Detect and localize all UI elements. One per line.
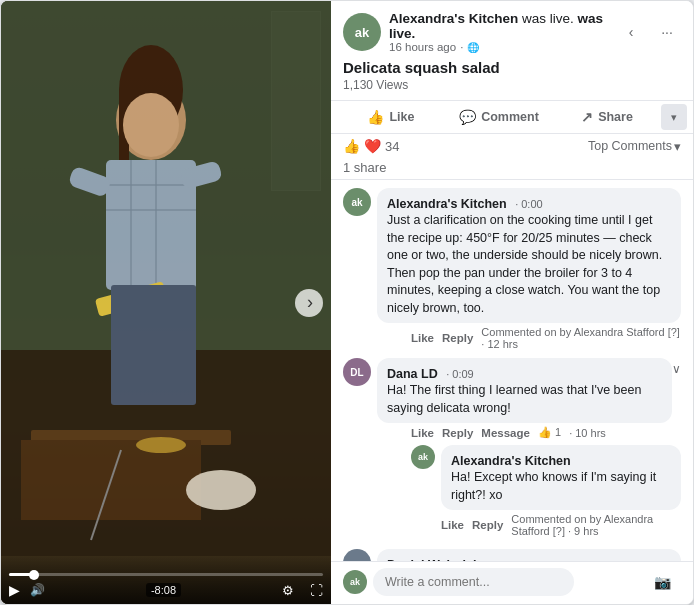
person-figure	[1, 1, 331, 556]
settings-icon[interactable]: ⚙	[282, 583, 294, 598]
controls-row: ▶ 🔊 -8:08 ⚙ ⛶	[1, 582, 331, 598]
reactions-left: 👍 ❤️ 34	[343, 138, 399, 154]
page-name-text[interactable]: Alexandra's Kitchen	[389, 11, 518, 26]
comment-bubble: Daniel Weinrieb · 0:00 Thanks A! What ki…	[377, 549, 681, 561]
video-progress-bar[interactable]	[9, 573, 323, 576]
volume-icon[interactable]: 🔊	[30, 583, 45, 597]
like-icon: 👍	[367, 109, 384, 125]
comment-button[interactable]: 💬 Comment	[445, 103, 553, 131]
comment-content: Dana LD · 0:09 Ha! The first thing I lea…	[377, 358, 681, 541]
share-icon: ↗	[581, 109, 593, 125]
comment-input-wrap: 📷	[373, 568, 681, 596]
reply-comment: ak Alexandra's Kitchen Ha! Except who kn…	[411, 445, 681, 537]
write-comment-row: ak 📷	[331, 561, 693, 604]
header-info: Alexandra's Kitchen was live. was live. …	[389, 11, 609, 53]
reactions-row: 👍 ❤️ 34 Top Comments ▾	[331, 134, 693, 158]
fullscreen-icon[interactable]: ⛶	[310, 583, 323, 598]
camera-icon[interactable]: 📷	[654, 574, 671, 590]
comment-author[interactable]: Dana LD	[387, 367, 438, 381]
comment-icon: 💬	[459, 109, 476, 125]
reply-avatar[interactable]: ak	[411, 445, 435, 469]
comment-label: Comment	[481, 110, 539, 124]
like-reaction-icon: 👍	[343, 138, 360, 154]
expand-comment-arrow[interactable]: ∨	[672, 362, 681, 376]
comment-text: Ha! The first thing I learned was that I…	[387, 382, 662, 417]
reply-time: Commented on by Alexandra Stafford [?] ·…	[511, 513, 681, 537]
comment-actions: Like Reply Message 👍 1 · 10 hrs	[411, 426, 681, 439]
comment-input[interactable]	[373, 568, 574, 596]
comment-time: Commented on by Alexandra Stafford [?] ·…	[481, 326, 681, 350]
comment-bubble-row: Dana LD · 0:09 Ha! The first thing I lea…	[377, 358, 681, 423]
svg-point-8	[136, 437, 186, 453]
post-meta: 16 hours ago · 🌐	[389, 41, 609, 53]
comment-reactions: 👍 1	[538, 426, 561, 439]
comment-content: Alexandra's Kitchen · 0:00 Just a clarif…	[377, 188, 681, 350]
top-comments-button[interactable]: Top Comments ▾	[588, 139, 681, 154]
feed-panel: ak Alexandra's Kitchen was live. was liv…	[331, 1, 693, 604]
reaction-count[interactable]: 34	[385, 139, 399, 154]
video-progress-dot	[29, 570, 39, 580]
svg-point-7	[186, 470, 256, 510]
header-actions: ‹ ···	[617, 18, 681, 46]
comment-timestamp: · 0:00	[515, 198, 543, 210]
comment-message-link[interactable]: Message	[481, 427, 530, 439]
post-title: Delicata squash salad	[343, 59, 681, 76]
facebook-post-card: ▶ 🔊 -8:08 ⚙ ⛶ ak Alexandra's Kitchen was…	[0, 0, 694, 605]
top-comments-label: Top Comments	[588, 139, 672, 153]
heart-reaction-icon: ❤️	[364, 138, 381, 154]
svg-point-12	[123, 93, 179, 157]
page-avatar[interactable]: ak	[343, 13, 381, 51]
like-label: Like	[389, 110, 414, 124]
post-header: ak Alexandra's Kitchen was live. was liv…	[331, 1, 693, 59]
reply-actions: Like Reply Commented on by Alexandra Sta…	[441, 513, 681, 537]
like-button[interactable]: 👍 Like	[337, 103, 445, 131]
live-badge: was live.	[522, 11, 574, 26]
shares-row[interactable]: 1 share	[331, 158, 693, 180]
action-bar: 👍 Like 💬 Comment ↗ Share ▾	[331, 100, 693, 134]
comment-like-link[interactable]: Like	[411, 427, 434, 439]
page-name-line: Alexandra's Kitchen was live. was live.	[389, 11, 609, 41]
more-options-button[interactable]: ···	[653, 18, 681, 46]
reply-like-link[interactable]: Like	[441, 519, 464, 531]
comments-section: ak Alexandra's Kitchen · 0:00 Just a cla…	[331, 180, 693, 561]
reply-content: Alexandra's Kitchen Ha! Except who knows…	[441, 445, 681, 537]
play-icon[interactable]: ▶	[9, 582, 20, 598]
comment-item: DL Dana LD · 0:09 Ha! The first thing I …	[343, 358, 681, 541]
comment-text: Just a clarification on the cooking time…	[387, 212, 671, 317]
comment-time: · 10 hrs	[569, 427, 606, 439]
video-controls: ▶ 🔊 -8:08 ⚙ ⛶	[1, 556, 331, 604]
meta-separator: ·	[460, 41, 463, 53]
back-button[interactable]: ‹	[617, 18, 645, 46]
comment-reply-link[interactable]: Reply	[442, 427, 473, 439]
comment-bubble: Dana LD · 0:09 Ha! The first thing I lea…	[377, 358, 672, 423]
post-title-area: Delicata squash salad 1,130 Views	[331, 59, 693, 96]
reply-text: Ha! Except who knows if I'm saying it ri…	[451, 469, 671, 504]
comment-content: Daniel Weinrieb · 0:00 Thanks A! What ki…	[377, 549, 681, 561]
comment-item: ak Alexandra's Kitchen · 0:00 Just a cla…	[343, 188, 681, 350]
comment-item: DW Daniel Weinrieb · 0:00 Thanks A! What…	[343, 549, 681, 561]
write-comment-avatar[interactable]: ak	[343, 570, 367, 594]
shares-label: 1 share	[343, 160, 386, 175]
comment-author[interactable]: Alexandra's Kitchen	[387, 197, 507, 211]
video-panel: ▶ 🔊 -8:08 ⚙ ⛶	[1, 1, 331, 604]
comment-reply-link[interactable]: Reply	[442, 332, 473, 344]
reply-bubble: Alexandra's Kitchen Ha! Except who knows…	[441, 445, 681, 510]
comment-actions: Like Reply Commented on by Alexandra Sta…	[411, 326, 681, 350]
top-comments-chevron: ▾	[674, 139, 681, 154]
share-button[interactable]: ↗ Share	[553, 103, 661, 131]
dropdown-reactions-button[interactable]: ▾	[661, 104, 687, 130]
svg-rect-21	[111, 285, 196, 405]
video-background	[1, 1, 331, 604]
globe-icon: 🌐	[467, 42, 479, 53]
post-views: 1,130 Views	[343, 78, 681, 92]
comment-like-link[interactable]: Like	[411, 332, 434, 344]
post-time: 16 hours ago	[389, 41, 456, 53]
share-label: Share	[598, 110, 633, 124]
comment-avatar[interactable]: DL	[343, 358, 371, 386]
reply-reply-link[interactable]: Reply	[472, 519, 503, 531]
reply-author[interactable]: Alexandra's Kitchen	[451, 454, 571, 468]
comment-avatar[interactable]: ak	[343, 188, 371, 216]
time-remaining: -8:08	[146, 583, 181, 597]
video-next-button[interactable]	[295, 289, 323, 317]
comment-avatar[interactable]: DW	[343, 549, 371, 561]
